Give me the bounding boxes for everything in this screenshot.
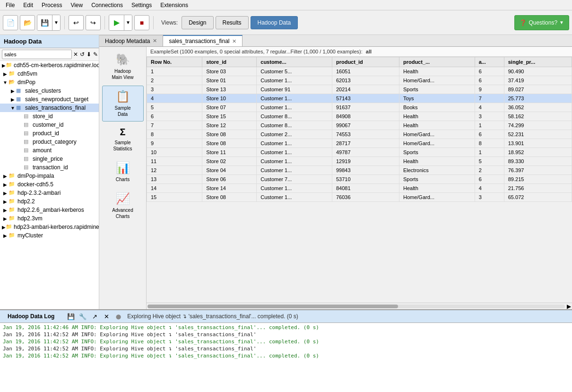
tree-icon-node5: ▦ [16, 96, 24, 103]
tree-item-node7[interactable]: ▤store_id [0, 112, 99, 121]
tree-label-node21: myCluster [17, 232, 43, 239]
menu-extensions[interactable]: Extensions [156, 1, 192, 9]
log-line: Jan 19, 2016 11:42:46 AM INFO: Exploring… [3, 324, 569, 331]
horizontal-scrollbar[interactable]: ▶ [147, 303, 572, 309]
tree-item-node13[interactable]: ▤transaction_id [0, 163, 99, 172]
log-save-btn[interactable]: 💾 [66, 311, 76, 322]
tree-item-node6[interactable]: ▼▦sales_transactions_final [0, 104, 99, 112]
table-row[interactable]: 9Store 08Customer 1...28717Home/Gard...8… [147, 139, 572, 148]
tree-item-node10[interactable]: ▤product_category [0, 138, 99, 146]
table-cell: Store 08 [202, 193, 257, 202]
tree-item-node12[interactable]: ▤single_price [0, 155, 99, 163]
run-dropdown[interactable]: ▼ [124, 15, 132, 30]
table-cell: Customer 5... [257, 67, 332, 76]
tree-item-node19[interactable]: ▶📁hdp2.3vm [0, 214, 99, 223]
meta-nav-sample-stats[interactable]: Σ SampleStatistics [102, 122, 144, 156]
tree-item-node11[interactable]: ▤amount [0, 146, 99, 155]
table-cell: 8 [147, 130, 202, 139]
new-button[interactable]: 📄 [3, 15, 18, 30]
table-row[interactable]: 13Store 06Customer 7...53710Sports689.21… [147, 175, 572, 184]
view-results-btn[interactable]: Results [216, 16, 249, 29]
tree-item-node18[interactable]: ▶📁hdp2.2.6_ambari-kerberos [0, 206, 99, 214]
tree-item-node4[interactable]: ▶▦sales_clusters [0, 87, 99, 95]
table-cell: Customer 91 [257, 85, 332, 94]
tree-icon-node19: 📁 [9, 215, 16, 222]
stop-button[interactable]: ■ [134, 15, 149, 30]
tree-item-node20[interactable]: ▶📁hdp23-ambari-kerberos.rapidminer.local [0, 223, 99, 231]
menu-view[interactable]: View [67, 1, 87, 9]
data-table-wrapper[interactable]: Row No. store_id custome... product_id p… [147, 57, 572, 303]
open-button[interactable]: 📂 [20, 15, 35, 30]
undo-button[interactable]: ↩ [69, 15, 84, 30]
meta-nav-charts[interactable]: 📊 Charts [102, 157, 144, 187]
menu-connections[interactable]: Connections [87, 1, 127, 9]
table-cell: Home/Gard... [399, 130, 475, 139]
refresh-btn[interactable]: ↺ [79, 50, 85, 59]
table-cell: 4 [475, 103, 504, 112]
tree-label-node8: customer_id [33, 122, 63, 128]
data-panel: ExampleSet (1000 examples, 0 special att… [147, 47, 572, 309]
tree-item-node1[interactable]: ▶📁cdh55-cm-kerberos.rapidminer.local [0, 61, 99, 70]
tree-item-node8[interactable]: ▤customer_id [0, 121, 99, 129]
table-cell: Customer 1... [257, 148, 332, 157]
meta-nav-advanced-charts[interactable]: 📈 AdvancedCharts [102, 188, 144, 224]
question-icon: ❓ [520, 19, 527, 26]
log-share-btn[interactable]: ↗ [89, 311, 100, 322]
table-cell: 76036 [332, 193, 399, 202]
scroll-right-btn[interactable]: ▶ [567, 303, 571, 310]
table-row[interactable]: 10Store 11Customer 1...49787Sports118.95… [147, 148, 572, 157]
search-input[interactable] [2, 50, 72, 59]
tree-item-node21[interactable]: ▶📁myCluster [0, 231, 99, 240]
download-btn[interactable]: ⬇ [86, 50, 92, 59]
menu-edit[interactable]: Edit [19, 1, 37, 9]
view-hadoop-btn[interactable]: Hadoop Data [251, 16, 298, 29]
table-cell: 4 [475, 184, 504, 193]
edit-btn[interactable]: ✎ [93, 50, 98, 59]
tree-item-node5[interactable]: ▶▦sales_newproduct_target [0, 95, 99, 104]
tree-arrow-node6: ▼ [9, 105, 16, 111]
tab-sales-transactions-close[interactable]: ✕ [232, 38, 236, 44]
questions-button[interactable]: ❓ Questions? ▼ [514, 15, 569, 30]
table-row[interactable]: 1Store 03Customer 5...16051Health690.490 [147, 67, 572, 76]
run-button[interactable]: ▶ [109, 15, 124, 30]
tree-icon-node11: ▤ [24, 147, 31, 154]
tree-item-node16[interactable]: ▶📁hdp-2.3.2-ambari [0, 189, 99, 197]
meta-nav-hadoop-main[interactable]: 🐘 HadoopMain View [102, 49, 144, 85]
save-dropdown[interactable]: ▼ [52, 15, 60, 30]
log-settings-btn[interactable]: 🔧 [78, 311, 88, 322]
tab-hadoop-metadata-close[interactable]: ✕ [153, 38, 157, 44]
tree-item-node2[interactable]: ▶📁cdh5vm [0, 70, 99, 78]
table-row[interactable]: 5Store 07Customer 1...91637Books436.052 [147, 103, 572, 112]
table-cell: 20214 [332, 85, 399, 94]
tab-sales-transactions[interactable]: sales_transactions_final ✕ [163, 35, 243, 46]
table-row[interactable]: 7Store 12Customer 8...99067Health174.299 [147, 121, 572, 130]
redo-button[interactable]: ↪ [86, 15, 101, 30]
menu-process[interactable]: Process [38, 1, 66, 9]
tree-item-node3[interactable]: ▼📂dmPop [0, 78, 99, 87]
table-row[interactable]: 3Store 13Customer 9120214Sports989.027 [147, 85, 572, 94]
table-row[interactable]: 6Store 15Customer 8...84908Health358.162 [147, 112, 572, 121]
table-row[interactable]: 14Store 14Customer 1...84081Health421.75… [147, 184, 572, 193]
meta-nav-sample-data[interactable]: 📋 SampleData [102, 86, 144, 122]
table-row[interactable]: 11Store 02Customer 1...12919Health589.33… [147, 157, 572, 166]
tree-item-node9[interactable]: ▤product_id [0, 129, 99, 138]
col-productid: product_id [332, 57, 399, 67]
menu-settings[interactable]: Settings [128, 1, 156, 9]
tree-item-node14[interactable]: ▶📁dmPop-impala [0, 172, 99, 180]
tab-hadoop-metadata[interactable]: Hadoop Metadata ✕ [99, 35, 163, 46]
table-row[interactable]: 8Store 08Customer 2...74553Home/Gard...6… [147, 130, 572, 139]
log-stop-btn[interactable]: ✕ [101, 311, 112, 322]
table-cell: 6 [147, 112, 202, 121]
table-row[interactable]: 15Store 08Customer 1...76036Home/Gard...… [147, 193, 572, 202]
table-row[interactable]: 12Store 04Customer 1...99843Electronics2… [147, 166, 572, 175]
search-clear-btn[interactable]: ✕ [73, 50, 78, 59]
tree-item-node15[interactable]: ▶📁docker-cdh5.5 [0, 180, 99, 189]
tree-item-node17[interactable]: ▶📁hdp2.2 [0, 197, 99, 206]
save-button[interactable]: 💾 [37, 15, 52, 30]
table-row[interactable]: 4Store 10Customer 1...57143Toys725.773 [147, 94, 572, 103]
view-design-btn[interactable]: Design [182, 16, 213, 29]
tree-arrow-node14: ▶ [2, 174, 9, 179]
menu-file[interactable]: File [2, 1, 18, 9]
menu-bar: File Edit Process View Connections Setti… [0, 0, 572, 10]
table-row[interactable]: 2Store 01Customer 1...62013Home/Gard...6… [147, 76, 572, 85]
